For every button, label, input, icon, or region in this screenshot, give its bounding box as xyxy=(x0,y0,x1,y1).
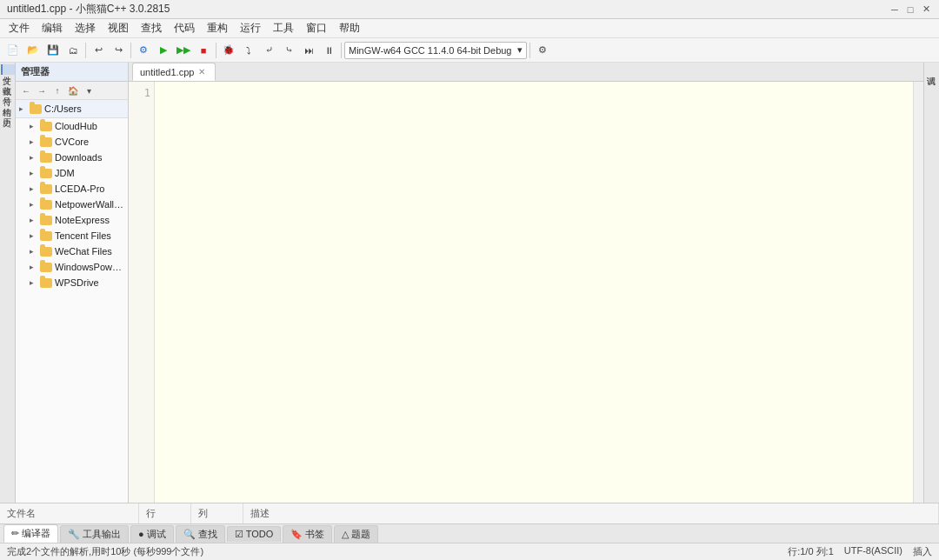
tree-item-netpowerwallp---[interactable]: ▸ NetpowerWallp... xyxy=(16,197,128,212)
tree-toolbar: ← → ↑ 🏠 ▾ xyxy=(16,82,128,100)
menu-item-编辑[interactable]: 编辑 xyxy=(37,19,68,37)
folder-icon xyxy=(40,245,52,257)
sidebar-tab-structure[interactable]: 结构 xyxy=(1,96,15,106)
menu-item-视图[interactable]: 视图 xyxy=(103,19,134,37)
folder-icon xyxy=(40,167,52,179)
close-button[interactable]: ✕ xyxy=(920,3,932,16)
line-num-1: 1 xyxy=(129,85,154,101)
menu-item-帮助[interactable]: 帮助 xyxy=(334,19,365,37)
status-encoding: UTF-8(ASCII) xyxy=(844,545,902,558)
tree-item-wpsdrive[interactable]: ▸ WPSDrive xyxy=(16,275,128,290)
bottom-table-header: 文件名 行 列 描述 xyxy=(0,503,939,523)
toolbar-sep-5 xyxy=(529,43,530,58)
break-button[interactable]: ⏸ xyxy=(319,41,338,60)
status-right: 行:1/0 列:1 UTF-8(ASCII) 插入 xyxy=(788,545,932,558)
tree-options-button[interactable]: ▾ xyxy=(82,83,96,97)
bottom-tab-查找[interactable]: 🔍 查找 xyxy=(176,525,225,543)
tree-item-cvcore[interactable]: ▸ CVCore xyxy=(16,134,128,150)
menu-item-工具[interactable]: 工具 xyxy=(268,19,299,37)
tree-item-downloads[interactable]: ▸ Downloads xyxy=(16,150,128,165)
code-editor[interactable] xyxy=(155,82,913,503)
continue-button[interactable]: ⏭ xyxy=(299,41,318,60)
tree-forward-button[interactable]: → xyxy=(35,83,49,97)
menu-item-代码[interactable]: 代码 xyxy=(169,19,200,37)
undo-button[interactable]: ↩ xyxy=(89,41,108,60)
bottom-tab-TODO[interactable]: ☑ TODO xyxy=(227,526,282,542)
tree-item-cloudhub[interactable]: ▸ CloudHub xyxy=(16,118,128,134)
chevron-down-icon: ▾ xyxy=(517,44,523,56)
sidebar-tab-history[interactable]: 历史 xyxy=(1,106,15,117)
bottom-tab-题题[interactable]: △ 题题 xyxy=(334,525,378,543)
tab-close-icon[interactable]: ✕ xyxy=(197,67,206,77)
settings-button[interactable]: ⚙ xyxy=(533,41,552,60)
tree-back-button[interactable]: ← xyxy=(19,83,33,97)
folder-arrow-icon: ▸ xyxy=(30,122,40,130)
menu-item-运行[interactable]: 运行 xyxy=(235,19,266,37)
step-out-button[interactable]: ⤷ xyxy=(279,41,298,60)
bottom-tab-label: 编译器 xyxy=(22,527,50,540)
tree-item-jdm[interactable]: ▸ JDM xyxy=(16,165,128,181)
bottom-tab-label: 调试 xyxy=(147,528,166,541)
toolbar-sep-4 xyxy=(341,43,342,58)
build-run-button[interactable]: ▶▶ xyxy=(174,41,193,60)
toolbar-sep-3 xyxy=(216,43,216,58)
maximize-button[interactable]: □ xyxy=(904,3,916,16)
title-bar: untitled1.cpp - 小熊猫C++ 3.0.2815 ─ □ ✕ xyxy=(0,0,939,19)
tree-home-button[interactable]: 🏠 xyxy=(66,83,80,97)
step-into-button[interactable]: ⤶ xyxy=(259,41,278,60)
tree-item-lceda-pro[interactable]: ▸ LCEDA-Pro xyxy=(16,181,128,197)
menu-item-文件[interactable]: 文件 xyxy=(3,19,35,37)
folder-arrow-icon: ▸ xyxy=(30,153,40,162)
menu-item-窗口[interactable]: 窗口 xyxy=(301,19,332,37)
bottom-col-desc: 描述 xyxy=(243,503,939,523)
folder-label: JDM xyxy=(55,168,75,178)
tree-item-tencent-files[interactable]: ▸ Tencent Files xyxy=(16,228,128,243)
folder-label: Downloads xyxy=(55,152,102,163)
new-file-button[interactable]: 📄 xyxy=(3,41,23,60)
redo-button[interactable]: ↪ xyxy=(109,41,128,60)
folder-label: CVCore xyxy=(55,137,89,147)
folder-label: Tencent Files xyxy=(55,230,111,241)
right-sidebar-tabs: 调试 xyxy=(923,63,939,503)
tree-item-windowspower---[interactable]: ▸ WindowsPower... xyxy=(16,259,128,275)
save-file-button[interactable]: 💾 xyxy=(43,41,63,60)
bottom-tabs-bar: ✏ 编译器 🔧 工具输出 ● 调试 🔍 查找 ☑ TODO 🔖 书签 △ 题题 xyxy=(0,523,939,543)
bottom-col-col: 列 xyxy=(191,503,243,523)
bottom-tab-调试[interactable]: ● 调试 xyxy=(130,525,174,543)
sidebar-tab-favorites[interactable]: 收藏 xyxy=(1,75,15,85)
menu-item-重构[interactable]: 重构 xyxy=(202,19,233,37)
step-over-button[interactable]: ⤵ xyxy=(239,41,258,60)
open-file-button[interactable]: 📂 xyxy=(23,41,43,60)
folder-arrow-icon: ▸ xyxy=(30,231,40,240)
tree-item-wechat-files[interactable]: ▸ WeChat Files xyxy=(16,243,128,259)
status-left-text: 完成2个文件的解析,用时10秒 (每秒999个文件) xyxy=(7,545,203,558)
tree-up-button[interactable]: ↑ xyxy=(50,83,64,97)
debug-button[interactable]: 🐞 xyxy=(219,41,238,60)
folder-label: WPSDrive xyxy=(55,277,99,288)
bottom-tab-label: 书签 xyxy=(305,528,324,541)
build-button[interactable]: ⚙ xyxy=(134,41,153,60)
stop-button[interactable]: ■ xyxy=(194,41,213,60)
vertical-scrollbar[interactable] xyxy=(913,82,923,503)
menu-item-查找[interactable]: 查找 xyxy=(136,19,167,37)
bottom-tab-书签[interactable]: 🔖 书签 xyxy=(283,525,332,543)
root-arrow-icon: ▸ xyxy=(19,104,30,113)
sidebar-tab-files[interactable]: 文件 xyxy=(1,64,15,75)
minimize-button[interactable]: ─ xyxy=(889,3,901,16)
bottom-tab-工具输出[interactable]: 🔧 工具输出 xyxy=(60,525,129,543)
file-manager-header: 管理器 xyxy=(16,63,128,82)
save-all-button[interactable]: 🗂 xyxy=(63,41,83,60)
menu-item-选择[interactable]: 选择 xyxy=(70,19,101,37)
bottom-tab-icon: ● xyxy=(138,529,144,539)
bottom-tab-icon: ☑ xyxy=(235,529,243,540)
tree-item-noteexpress[interactable]: ▸ NoteExpress xyxy=(16,212,128,228)
tab-filename: untitled1.cpp xyxy=(140,67,194,77)
tree-root-item[interactable]: ▸ C:/Users xyxy=(16,100,128,118)
right-tab-debug[interactable]: 调试 xyxy=(925,64,939,75)
editor-tab-untitled1-cpp[interactable]: untitled1.cpp ✕ xyxy=(132,63,216,81)
run-button[interactable]: ▶ xyxy=(154,41,173,60)
folder-label: NetpowerWallp... xyxy=(55,199,124,210)
bottom-tab-编译器[interactable]: ✏ 编译器 xyxy=(3,524,58,543)
sidebar-tab-symbols[interactable]: 符号 xyxy=(1,85,15,96)
compiler-dropdown[interactable]: MinGW-w64 GCC 11.4.0 64-bit Debug ▾ xyxy=(344,42,527,59)
